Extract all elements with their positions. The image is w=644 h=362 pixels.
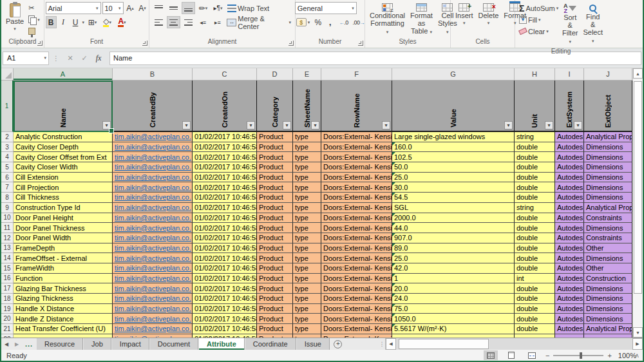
cell-createdon[interactable]: 01/02/2017 10:46:58: [193, 142, 257, 153]
table-column-header[interactable]: Name: [14, 81, 113, 132]
sheet-tab[interactable]: Attribute: [198, 338, 245, 350]
cell-extsystem[interactable]: [555, 334, 584, 338]
cell-extobject[interactable]: Dimensions: [584, 283, 632, 294]
column-letter[interactable]: J: [584, 68, 632, 80]
cell-name[interactable]: Door Panel Height: [14, 213, 113, 224]
cell-extobject[interactable]: [584, 334, 632, 338]
column-letter[interactable]: D: [257, 68, 293, 80]
column-letter[interactable]: C: [193, 68, 257, 80]
cell-value[interactable]: 1: [392, 274, 515, 284]
cell-extobject[interactable]: Dimensions: [584, 142, 632, 153]
cell-unit[interactable]: double: [515, 304, 555, 314]
horizontal-scrollbar[interactable]: ◀ ▶: [385, 338, 643, 350]
vertical-scroll-thumb[interactable]: [634, 81, 642, 294]
cell-value[interactable]: 24.0: [392, 294, 515, 304]
cell-category[interactable]: Product: [257, 253, 293, 263]
cell-name[interactable]: Heat Transfer Coefficient (U): [14, 324, 113, 334]
cell-extsystem[interactable]: Autodes: [555, 162, 584, 173]
scroll-down-arrow[interactable]: ▼: [633, 327, 643, 338]
cell-sheetname[interactable]: type: [293, 213, 321, 224]
cell-category[interactable]: Product: [257, 173, 293, 183]
insert-function-button[interactable]: fx: [91, 52, 106, 65]
fill-color-button[interactable]: ◇▾: [100, 16, 114, 28]
cell-category[interactable]: Product: [257, 193, 293, 203]
cell-rowname[interactable]: Doors:External- Kensin: [321, 294, 392, 304]
paste-button[interactable]: Paste ▾: [4, 2, 26, 34]
cell-sheetname[interactable]: type: [293, 162, 321, 173]
row-number[interactable]: 6: [1, 173, 14, 183]
cell-name[interactable]: Cill Thickness: [14, 193, 113, 203]
cell-createdby[interactable]: tim.aikin@activeplan.co.: [113, 213, 193, 224]
cell-createdon[interactable]: 01/02/2017 10:46:58: [193, 193, 257, 203]
horizontal-scroll-thumb[interactable]: [399, 339, 489, 349]
cell-category[interactable]: Product: [257, 203, 293, 213]
cell-extsystem[interactable]: Autodes: [555, 142, 584, 153]
cell-value[interactable]: 54.5: [392, 193, 515, 203]
decrease-indent-button[interactable]: ◂≡: [196, 16, 210, 28]
cell-extsystem[interactable]: Autodes: [555, 243, 584, 254]
delete-cells-button[interactable]: × Delete▾: [477, 2, 501, 28]
cell-extsystem[interactable]: Autodes: [555, 213, 584, 224]
cell-extsystem[interactable]: Autodes: [555, 274, 584, 284]
cell-createdby[interactable]: tim.aikin@activeplan.co.: [113, 173, 193, 183]
cell-sheetname[interactable]: type: [293, 152, 321, 162]
cell-category[interactable]: Product: [257, 152, 293, 162]
zoom-slider[interactable]: [553, 355, 603, 356]
align-center-button[interactable]: [167, 16, 180, 28]
table-column-header[interactable]: ExtObject: [584, 81, 632, 132]
cell-sheetname[interactable]: type: [293, 283, 321, 294]
cell-createdon[interactable]: 01/02/2017 10:46:58: [193, 203, 257, 213]
cell-sheetname[interactable]: type: [293, 253, 321, 263]
cell-unit[interactable]: double: [515, 173, 555, 183]
cell-sheetname[interactable]: type: [293, 132, 321, 142]
font-name-select[interactable]: Arial▾: [46, 2, 101, 14]
cell-extobject[interactable]: Construction: [584, 274, 632, 284]
cell-extsystem[interactable]: Autodes: [555, 314, 584, 324]
filter-dropdown-button[interactable]: [182, 121, 191, 129]
cell-extobject[interactable]: Dimensions: [584, 193, 632, 203]
sheet-tab[interactable]: Job: [83, 338, 111, 350]
cell-unit[interactable]: double: [515, 253, 555, 263]
cell-rowname[interactable]: Doors:External- Kensin: [321, 152, 392, 162]
table-column-header[interactable]: SheetName: [293, 81, 321, 132]
row-number[interactable]: 7: [1, 182, 14, 193]
decrease-font-button[interactable]: A▾: [137, 2, 148, 14]
cell-rowname[interactable]: Doors:External- Kensin: [321, 233, 392, 243]
vertical-scroll-track[interactable]: [633, 79, 643, 327]
comma-style-button[interactable]: ,: [325, 16, 336, 28]
row-number[interactable]: 4: [1, 152, 14, 162]
cell-createdby[interactable]: tim.aikin@activeplan.co.: [113, 314, 193, 324]
cell-value[interactable]: 25.0: [392, 173, 515, 183]
align-middle-button[interactable]: [167, 2, 180, 14]
cell-name[interactable]: Handle Z Distance: [14, 314, 113, 324]
table-column-header[interactable]: CreatedOn: [193, 81, 257, 132]
cell-extobject[interactable]: Dimensions: [584, 314, 632, 324]
cell-unit[interactable]: double: [515, 283, 555, 294]
filter-dropdown-button[interactable]: [545, 121, 553, 129]
cell-value[interactable]: 160.0: [392, 142, 515, 153]
confirm-entry-button[interactable]: ✓: [77, 52, 91, 65]
cell-name[interactable]: FrameOffset - External: [14, 253, 113, 263]
cell-createdon[interactable]: 01/02/2017 10:46:58: [193, 213, 257, 224]
cell-extsystem[interactable]: Autodes: [555, 182, 584, 193]
cell-rowname[interactable]: Doors:External- Kensin: [321, 283, 392, 294]
number-dialog-launcher[interactable]: [358, 41, 363, 46]
font-dialog-launcher[interactable]: [142, 41, 147, 46]
column-letter[interactable]: A: [14, 68, 113, 80]
cell-extobject[interactable]: Dimensions: [584, 304, 632, 314]
cell-sheetname[interactable]: type: [293, 233, 321, 243]
cell-extsystem[interactable]: Autodes: [555, 283, 584, 294]
cell-category[interactable]: Product: [257, 294, 293, 304]
cell-sheetname[interactable]: type: [293, 173, 321, 183]
cell-extobject[interactable]: Dimensions: [584, 253, 632, 263]
number-format-select[interactable]: General▾: [295, 2, 357, 14]
align-right-button[interactable]: [182, 16, 195, 28]
filter-dropdown-button[interactable]: [504, 121, 513, 129]
cell-createdon[interactable]: 01/02/2017 10:46:58: [193, 132, 257, 142]
column-letter[interactable]: F: [321, 68, 392, 80]
cell-name[interactable]: Cill Extension: [14, 173, 113, 183]
underline-dropdown-arrow[interactable]: ▾: [82, 20, 85, 25]
cell-category[interactable]: Product: [257, 142, 293, 153]
cell-createdon[interactable]: 01/02/2017 10:46:58: [193, 253, 257, 263]
alignment-dialog-launcher[interactable]: [289, 41, 294, 46]
